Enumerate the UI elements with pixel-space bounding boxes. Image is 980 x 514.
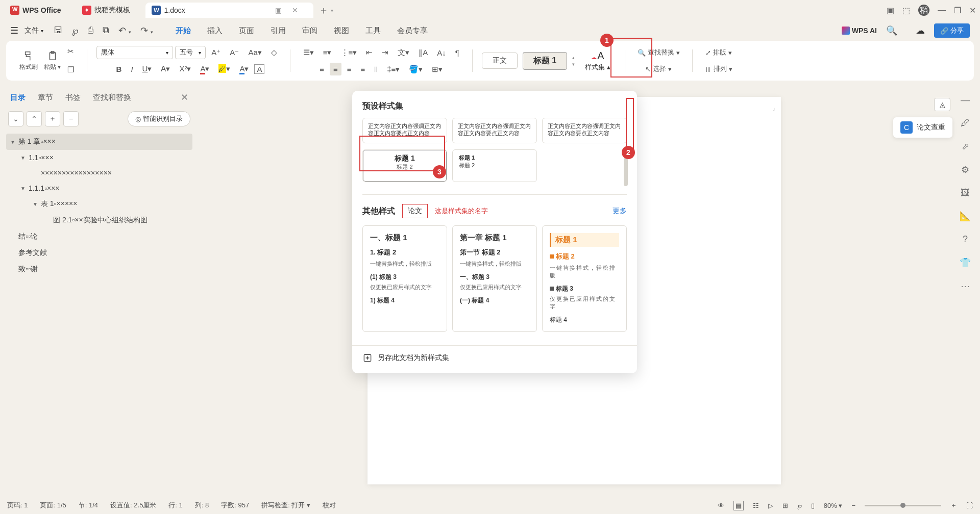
- zoom-in-icon[interactable]: ＋: [950, 501, 957, 510]
- tab-view[interactable]: 视图: [334, 26, 349, 36]
- align-right-icon[interactable]: ≡: [344, 63, 355, 75]
- cut-icon[interactable]: ✂: [64, 45, 78, 58]
- view-page-icon[interactable]: ▤: [733, 501, 744, 510]
- app-tab-wps[interactable]: WPS Office: [4, 3, 76, 18]
- search-icon[interactable]: 🔍: [886, 25, 897, 36]
- paper-check-button[interactable]: C论文查重: [893, 117, 952, 138]
- find-replace-button[interactable]: 🔍 查找替换 ▾: [634, 46, 683, 59]
- status-row[interactable]: 行: 1: [168, 501, 182, 510]
- tab-tools[interactable]: 工具: [365, 26, 381, 36]
- more-styles-button[interactable]: 更多: [612, 207, 627, 216]
- layout-button[interactable]: ⤢ 排版 ▾: [702, 46, 735, 59]
- right-pen-icon[interactable]: 🖊: [961, 118, 970, 128]
- right-stamp-icon[interactable]: 👕: [960, 257, 971, 268]
- font-family-select[interactable]: 黑体▾: [96, 46, 173, 59]
- highlight-icon[interactable]: 🖊▾: [215, 62, 234, 75]
- status-setting[interactable]: 设置值: 2.5厘米: [110, 501, 156, 510]
- underline-icon[interactable]: U▾: [139, 62, 156, 75]
- fill-icon[interactable]: 🪣▾: [405, 63, 426, 76]
- superscript-icon[interactable]: X²▾: [176, 62, 194, 75]
- print-icon[interactable]: ⎙: [88, 25, 93, 36]
- save-icon[interactable]: 🖫: [54, 25, 63, 36]
- link-icon[interactable]: ℘: [72, 25, 79, 36]
- status-spell[interactable]: 拼写检查: 打开 ▾: [261, 501, 310, 510]
- change-case-icon[interactable]: Aa▾: [244, 46, 265, 59]
- toc-item[interactable]: ▼1.1.1▫×××: [6, 181, 192, 196]
- shading-color-icon[interactable]: A▾: [236, 62, 252, 75]
- other-style-card-1[interactable]: 一、标题 1 1. 标题 2 一键替换样式，轻松排版 (1) 标题 3 仅更换已…: [362, 225, 447, 332]
- line-spacing-icon[interactable]: ‡≡▾: [383, 63, 403, 76]
- sort-icon[interactable]: A↓: [433, 46, 450, 59]
- hamburger-icon[interactable]: ☰: [10, 25, 18, 36]
- panel-close-icon[interactable]: ✕: [181, 92, 188, 103]
- page-scrollbar[interactable]: [772, 97, 777, 484]
- number-list-icon[interactable]: ≡▾: [320, 46, 335, 59]
- add-icon[interactable]: ＋: [45, 111, 60, 126]
- wps-ai-button[interactable]: WPS AI: [842, 27, 877, 35]
- right-help-icon[interactable]: ?: [963, 234, 968, 245]
- toc-item[interactable]: 致▫▫谢: [6, 261, 192, 277]
- status-col[interactable]: 列: 8: [195, 501, 209, 510]
- tab-menu-icon[interactable]: ▾: [331, 8, 333, 13]
- preset-thumb-3[interactable]: 正文内容正文内容强调正文内容正文内容要点正文内容: [542, 118, 627, 143]
- format-painter-button[interactable]: 格式刷: [16, 49, 41, 72]
- preset-thumb-2[interactable]: 正文内容正文内容强调正文内容正文内容要点正文内容: [452, 118, 537, 143]
- preset-style-h2-card[interactable]: 标题 1 标题 2: [452, 149, 537, 182]
- tab-insert[interactable]: 插入: [207, 26, 223, 36]
- bold-icon[interactable]: B: [113, 63, 126, 75]
- zoom-out-icon[interactable]: −: [851, 502, 855, 509]
- document-tab[interactable]: W1.docx▣✕: [145, 3, 313, 18]
- align-justify-icon[interactable]: ≡: [357, 63, 369, 75]
- close-icon[interactable]: ✕: [969, 6, 976, 15]
- style-heading1[interactable]: 标题 1: [523, 52, 567, 70]
- style-up-icon[interactable]: ▴: [572, 55, 575, 60]
- panel-tab-chapter[interactable]: 章节: [38, 93, 53, 102]
- panel-tab-find[interactable]: 查找和替换: [93, 93, 131, 102]
- show-marks-icon[interactable]: ¶: [452, 46, 463, 59]
- right-slider-icon[interactable]: ⚙: [961, 164, 969, 175]
- zoom-value[interactable]: 80% ▾: [824, 502, 843, 509]
- align-left-icon[interactable]: ≡: [316, 63, 328, 75]
- view-play-icon[interactable]: ▷: [768, 502, 773, 509]
- toc-item[interactable]: ×××××××××××××××××: [6, 165, 192, 181]
- view-grid-icon[interactable]: ⊞: [782, 502, 788, 509]
- char-border-icon[interactable]: A: [254, 64, 264, 74]
- view-marks-icon[interactable]: ▯: [811, 502, 815, 509]
- status-page[interactable]: 页面: 1/5: [40, 501, 66, 510]
- save-as-styleset-button[interactable]: 另存此文档为新样式集: [352, 345, 637, 365]
- distribute-icon[interactable]: ⫴: [371, 63, 381, 76]
- redo-icon[interactable]: ↷ ▾: [140, 25, 153, 36]
- bullet-list-icon[interactable]: ☰▾: [300, 46, 317, 59]
- asian-layout-icon[interactable]: ‖A: [415, 46, 431, 59]
- right-minus-icon[interactable]: —: [961, 95, 970, 106]
- decrease-font-icon[interactable]: A⁻: [226, 46, 242, 59]
- right-image-icon[interactable]: 🖼: [961, 188, 970, 198]
- border-icon[interactable]: ⊞▾: [428, 63, 446, 76]
- other-style-card-2[interactable]: 第一章 标题 1 第一节 标题 2 一键替换样式，轻松排版 一、标题 3 仅更换…: [452, 225, 537, 332]
- tab-page[interactable]: 页面: [239, 26, 254, 36]
- toc-item[interactable]: 参考文献: [6, 245, 192, 261]
- align-center-icon[interactable]: ≡: [330, 63, 341, 75]
- copy-icon[interactable]: ❐: [64, 63, 78, 76]
- print-preview-icon[interactable]: ⧉: [103, 25, 109, 36]
- font-size-select[interactable]: 五号▾: [175, 46, 206, 59]
- preset-thumb-1[interactable]: 正文内容正文内容强调正文内容正文内容要点正文内容: [362, 118, 447, 143]
- view-outline-icon[interactable]: ☷: [753, 502, 759, 509]
- view-eye-icon[interactable]: 👁: [718, 502, 724, 509]
- undo-icon[interactable]: ↶ ▾: [118, 25, 131, 36]
- italic-icon[interactable]: I: [127, 63, 136, 75]
- scroll-top-button[interactable]: ◬: [934, 98, 950, 111]
- app-tab-docell[interactable]: ✦找稻壳模板: [76, 3, 145, 18]
- toc-item[interactable]: ▼表 1▫×××××: [6, 196, 192, 212]
- multilevel-list-icon[interactable]: ⋮≡▾: [337, 46, 361, 59]
- arrange-button[interactable]: ⫼ 排列 ▾: [702, 62, 736, 75]
- right-ruler-icon[interactable]: 📐: [960, 211, 971, 222]
- clear-format-icon[interactable]: ◇: [267, 46, 281, 59]
- panel-tab-bookmark[interactable]: 书签: [65, 93, 81, 102]
- paste-button[interactable]: 粘贴 ▾: [41, 49, 64, 72]
- minimize-icon[interactable]: —: [938, 6, 946, 15]
- smart-toc-button[interactable]: ◎ 智能识别目录: [128, 111, 190, 126]
- style-normal[interactable]: 正文: [482, 53, 518, 69]
- tab-review[interactable]: 审阅: [302, 26, 317, 36]
- font-color-icon[interactable]: A▾: [197, 62, 213, 75]
